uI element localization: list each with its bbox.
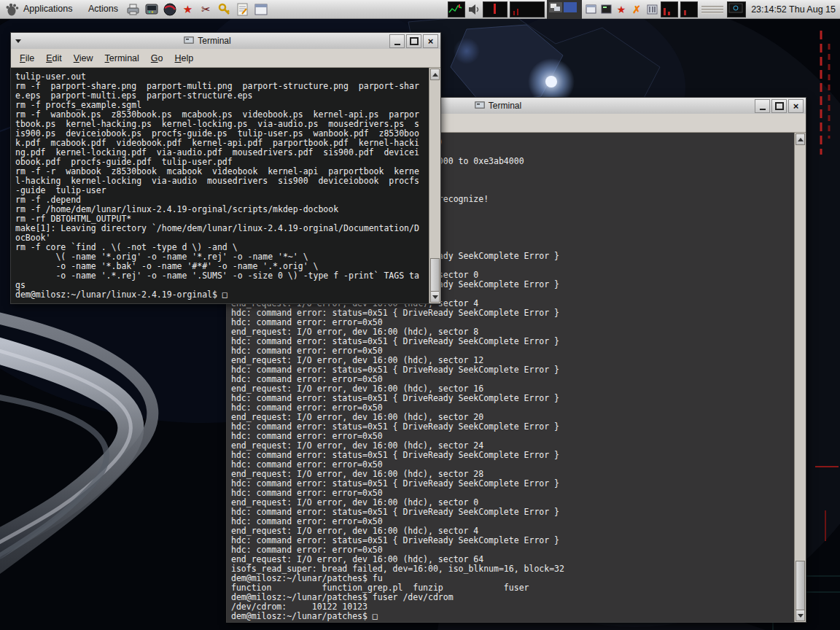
- volume-icon[interactable]: [467, 3, 481, 16]
- minimize-icon[interactable]: [389, 34, 405, 48]
- task-terminal-icon[interactable]: [599, 3, 612, 16]
- netload-applet[interactable]: [510, 1, 545, 18]
- maximize-icon[interactable]: [771, 99, 787, 113]
- scroll-up-icon[interactable]: [796, 133, 805, 145]
- task-window-icon[interactable]: [584, 3, 597, 16]
- web-browser-icon[interactable]: [162, 1, 177, 17]
- screenshot-applet[interactable]: [727, 1, 746, 18]
- media-device-icon[interactable]: [144, 1, 159, 17]
- scrollbar-thumb[interactable]: [796, 561, 805, 610]
- scrollbar[interactable]: [429, 68, 440, 303]
- terminal-icon: [475, 101, 485, 110]
- scroll-down-icon[interactable]: [430, 291, 440, 303]
- menu-go[interactable]: Go: [145, 51, 169, 66]
- top-panel: Applications Actions ★ ✂: [0, 0, 840, 19]
- key-icon[interactable]: [217, 1, 232, 17]
- tray-star-icon[interactable]: ★: [615, 3, 628, 16]
- desktop: SHADOWNESS.COM 002 200 200 Terminal × Fi…: [0, 0, 840, 630]
- modem-lights-applet[interactable]: [483, 1, 508, 18]
- star-launcher-icon[interactable]: ★: [180, 1, 195, 17]
- scissors-icon[interactable]: ✂: [198, 1, 214, 17]
- mixer-grid-icon[interactable]: [645, 3, 658, 16]
- mem-load-applet[interactable]: [680, 1, 698, 18]
- printer-icon[interactable]: [125, 1, 141, 17]
- menu-view[interactable]: View: [68, 51, 99, 66]
- menu-edit[interactable]: Edit: [40, 51, 68, 66]
- window-title: Terminal: [198, 36, 230, 46]
- window-title: Terminal: [489, 101, 521, 111]
- cpu-load-applet[interactable]: [661, 1, 678, 18]
- menubar: File Edit View Terminal Go Help: [11, 49, 440, 68]
- clock-applet[interactable]: 23:14:52 Thu Aug 15: [748, 4, 839, 15]
- close-icon[interactable]: ×: [423, 34, 438, 48]
- window-menu-icon[interactable]: [11, 33, 26, 49]
- notes-icon[interactable]: [235, 1, 250, 17]
- titlebar[interactable]: Terminal ×: [11, 33, 440, 50]
- terminal-icon: [184, 36, 194, 45]
- terminal-output-area[interactable]: tulip-user.out rm -f parport-share.png p…: [11, 68, 440, 303]
- scroll-up-icon[interactable]: [430, 69, 440, 80]
- menu-file[interactable]: File: [14, 51, 40, 66]
- applications-menu[interactable]: Applications: [20, 0, 75, 18]
- scrollbar-thumb[interactable]: [430, 258, 440, 292]
- panel-tray: ★ ✗ 23:14:52 Thu Aug 15: [448, 0, 839, 18]
- scrollbar[interactable]: [794, 133, 806, 622]
- drawer-handle-icon[interactable]: [700, 3, 725, 16]
- close-icon[interactable]: ×: [788, 99, 804, 113]
- actions-menu[interactable]: Actions: [85, 0, 121, 18]
- menu-terminal[interactable]: Terminal: [99, 51, 145, 66]
- terminal-text: tulip-user.out rm -f parport-share.png p…: [15, 72, 419, 300]
- menu-help[interactable]: Help: [169, 51, 200, 66]
- window-launcher-icon[interactable]: [253, 1, 268, 17]
- minimize-icon[interactable]: [755, 99, 770, 113]
- workspace-pager[interactable]: [547, 0, 582, 19]
- maximize-icon[interactable]: [406, 34, 421, 48]
- gnome-foot-icon[interactable]: [5, 2, 19, 16]
- terminal-window-front: Terminal × File Edit View Terminal Go He…: [10, 32, 441, 304]
- tray-close-x-icon[interactable]: ✗: [630, 3, 643, 16]
- system-monitor-icon[interactable]: [448, 1, 465, 18]
- scroll-down-icon[interactable]: [796, 610, 805, 621]
